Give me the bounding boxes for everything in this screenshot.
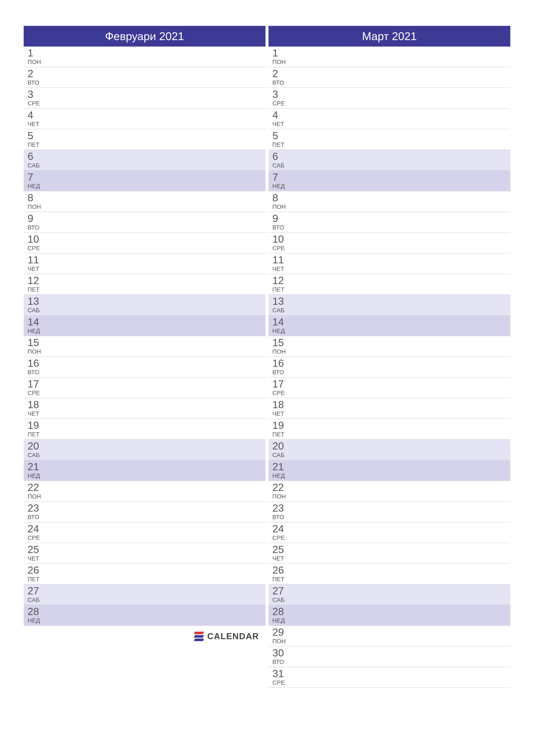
day-label: 1ПОН [24,46,47,67]
day-row: 25ЧЕТ [268,543,510,564]
weekday-name: СРЕ [272,534,292,541]
weekday-name: ПОН [272,638,292,645]
weekday-name: ВТО [28,224,47,231]
day-notes-area [292,254,510,274]
day-notes-area [47,295,266,315]
weekday-name: ПОН [28,59,47,66]
day-row: 19ПЕТ [24,419,266,440]
day-number: 18 [28,399,47,410]
weekday-name: НЕД [28,328,47,335]
weekday-name: ЧЕТ [272,555,292,562]
day-row: 18ЧЕТ [24,398,266,419]
day-notes-area [292,171,510,191]
month-header: Март 2021 [268,26,510,46]
day-number: 16 [28,358,47,368]
day-label: 6САБ [268,150,292,170]
day-label: 7НЕД [24,171,47,191]
weekday-name: СРЕ [272,390,292,396]
weekday-name: САБ [28,162,47,169]
day-label: 4ЧЕТ [24,109,47,129]
day-label: 24СРЕ [268,523,292,543]
day-row: 8ПОН [24,191,266,212]
day-row: 17СРЕ [24,378,266,398]
day-notes-area [292,67,510,88]
day-label: 22ПОН [268,481,292,501]
day-label: 19ПЕТ [24,419,47,439]
day-label: 25ЧЕТ [268,543,292,563]
day-label: 5ПЕТ [24,129,47,149]
day-row: 14НЕД [268,315,510,336]
day-label: 18ЧЕТ [268,398,292,418]
day-label: 30ВТО [268,647,292,667]
day-row: 23ВТО [268,502,510,523]
weekday-name: СРЕ [272,245,292,252]
day-row: 24СРЕ [268,523,510,543]
weekday-name: ПЕТ [28,431,47,438]
day-number: 5 [272,131,292,141]
weekday-name: ЧЕТ [28,410,47,417]
day-label: 23ВТО [24,502,47,522]
day-notes-area [47,212,266,232]
day-row: 15ПОН [24,336,266,357]
day-label: 26ПЕТ [24,564,47,584]
day-label: 6САБ [24,150,47,170]
day-row: 25ЧЕТ [24,543,266,564]
weekday-name: ЧЕТ [272,410,292,417]
day-number: 2 [272,68,292,79]
month-header: Февруари 2021 [24,26,266,46]
day-row: 23ВТО [24,502,266,523]
weekday-name: САБ [272,452,292,459]
day-notes-area [292,626,510,646]
month-column-mar: Март 2021 1ПОН2ВТО3СРЕ4ЧЕТ5ПЕТ6САБ7НЕД8П… [268,26,510,688]
day-number: 28 [28,607,47,617]
day-number: 16 [272,358,292,368]
day-row: 13САБ [268,295,510,315]
day-label: 2ВТО [268,67,292,88]
calendar-container: Февруари 2021 1ПОН2ВТО3СРЕ4ЧЕТ5ПЕТ6САБ7Н… [24,26,510,688]
day-row: 9ВТО [24,212,266,233]
day-number: 27 [28,586,47,596]
day-notes-area [47,191,266,212]
day-number: 10 [272,234,292,244]
weekday-name: ВТО [28,514,47,521]
weekday-name: СРЕ [272,100,292,107]
day-row: 7НЕД [24,171,266,191]
day-label: 13САБ [24,295,47,315]
day-label: 26ПЕТ [268,564,292,584]
day-notes-area [47,274,266,294]
day-row: 6САБ [24,150,266,171]
weekday-name: ВТО [272,659,292,665]
day-number: 3 [272,89,292,99]
day-label: 14НЕД [268,315,292,336]
day-row: 13САБ [24,295,266,315]
weekday-name: ВТО [28,369,47,376]
weekday-name: СРЕ [28,100,47,107]
day-label: 8ПОН [268,191,292,212]
day-row: 5ПЕТ [268,129,510,150]
weekday-name: НЕД [28,183,47,190]
day-number: 8 [272,193,292,203]
day-notes-area [292,274,510,294]
day-row: 19ПЕТ [268,419,510,440]
weekday-name: ПЕТ [272,576,292,583]
day-number: 14 [28,317,47,327]
day-number: 12 [28,275,47,286]
day-number: 2 [28,68,47,79]
day-row: 2ВТО [268,67,510,88]
day-number: 12 [272,275,292,286]
weekday-name: САБ [272,307,292,314]
day-row: 2ВТО [24,67,266,88]
month-column-feb: Февруари 2021 1ПОН2ВТО3СРЕ4ЧЕТ5ПЕТ6САБ7Н… [24,26,266,688]
day-label: 4ЧЕТ [268,109,292,129]
day-label: 1ПОН [268,46,292,67]
day-row: 18ЧЕТ [268,398,510,419]
day-row: 1ПОН [268,46,510,67]
day-number: 28 [272,607,292,617]
day-number: 11 [272,255,292,265]
day-label: 21НЕД [24,460,47,481]
day-number: 15 [272,338,292,348]
weekday-name: ЧЕТ [28,121,47,127]
day-number: 19 [272,420,292,431]
day-row: 21НЕД [268,460,510,481]
day-number: 1 [28,48,47,58]
